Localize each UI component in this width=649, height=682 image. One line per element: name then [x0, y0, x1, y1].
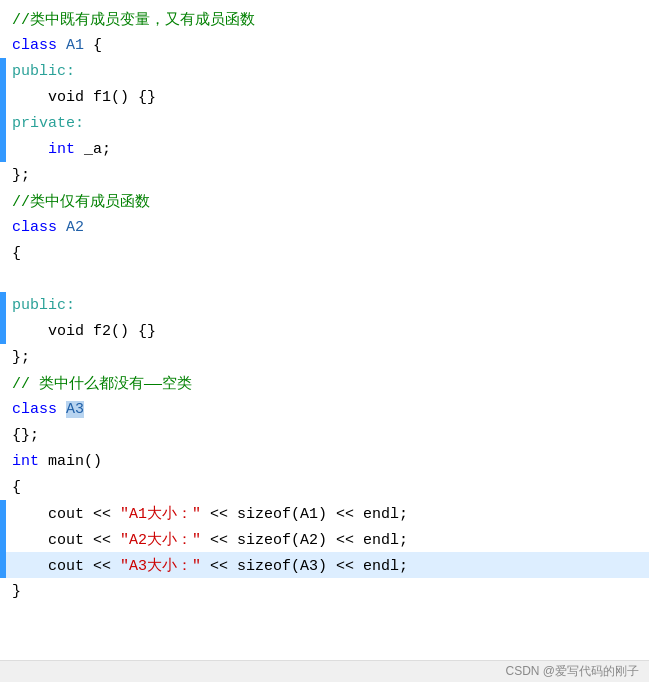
code-line: void f2() {}: [0, 318, 649, 344]
code-line: cout << "A1大小：" << sizeof(A1) << endl;: [0, 500, 649, 526]
code-token: // 类中什么都没有——空类: [12, 376, 192, 393]
code-text: class A2: [8, 219, 84, 236]
code-line: [0, 266, 649, 292]
code-token: << sizeof(A1) << endl;: [201, 506, 408, 523]
code-text: //类中既有成员变量，又有成员函数: [8, 10, 255, 29]
code-line: class A3: [0, 396, 649, 422]
code-line: int main(): [0, 448, 649, 474]
code-token: //类中既有成员变量，又有成员函数: [12, 12, 255, 29]
line-indicator: [0, 292, 6, 318]
code-text: void f2() {}: [8, 323, 156, 340]
code-text: // 类中什么都没有——空类: [8, 374, 192, 393]
code-line: };: [0, 162, 649, 188]
code-token: public:: [12, 63, 75, 80]
code-token: cout <<: [12, 532, 120, 549]
code-token: {: [12, 479, 21, 496]
code-token: "A3大小：": [120, 558, 201, 575]
code-token: void f2() {}: [12, 323, 156, 340]
watermark: CSDN @爱写代码的刚子: [505, 663, 639, 680]
code-line: private:: [0, 110, 649, 136]
code-token: [12, 141, 48, 158]
line-indicator: [0, 110, 6, 136]
code-line: {: [0, 240, 649, 266]
code-text: {: [8, 479, 21, 496]
line-indicator: [0, 552, 6, 578]
code-token: {: [12, 245, 21, 262]
code-text: class A1 {: [8, 37, 102, 54]
code-text: class A3: [8, 401, 84, 418]
code-token: {: [84, 37, 102, 54]
code-block: //类中既有成员变量，又有成员函数class A1 {public: void …: [0, 0, 649, 660]
code-token: int: [12, 453, 39, 470]
code-token: cout <<: [12, 558, 120, 575]
code-text: void f1() {}: [8, 89, 156, 106]
code-line: };: [0, 344, 649, 370]
line-indicator: [0, 318, 6, 344]
code-token: }: [12, 583, 21, 600]
code-text: }: [8, 583, 21, 600]
code-line: {: [0, 474, 649, 500]
code-token: private:: [12, 115, 84, 132]
code-token: A1: [66, 37, 84, 54]
code-token: cout <<: [12, 506, 120, 523]
code-line: cout << "A2大小：" << sizeof(A2) << endl;: [0, 526, 649, 552]
code-token: "A2大小：": [120, 532, 201, 549]
footer: CSDN @爱写代码的刚子: [0, 660, 649, 682]
code-text: public:: [8, 297, 75, 314]
code-text: {};: [8, 427, 39, 444]
code-text: cout << "A3大小：" << sizeof(A3) << endl;: [8, 556, 408, 575]
code-text: //类中仅有成员函数: [8, 192, 150, 211]
code-token: int: [48, 141, 75, 158]
code-token: {};: [12, 427, 39, 444]
code-text: };: [8, 349, 30, 366]
code-text: int main(): [8, 453, 102, 470]
code-line: void f1() {}: [0, 84, 649, 110]
code-text: cout << "A1大小：" << sizeof(A1) << endl;: [8, 504, 408, 523]
code-token: "A1大小：": [120, 506, 201, 523]
code-token: };: [12, 349, 30, 366]
line-indicator: [0, 84, 6, 110]
code-line: //类中既有成员变量，又有成员函数: [0, 6, 649, 32]
line-indicator: [0, 500, 6, 526]
code-line: int _a;: [0, 136, 649, 162]
code-line: public:: [0, 58, 649, 84]
code-token: main(): [39, 453, 102, 470]
code-token: };: [12, 167, 30, 184]
code-token: << sizeof(A3) << endl;: [201, 558, 408, 575]
code-line: cout << "A3大小：" << sizeof(A3) << endl;: [0, 552, 649, 578]
code-token: A2: [66, 219, 84, 236]
code-line: public:: [0, 292, 649, 318]
code-token: public:: [12, 297, 75, 314]
code-token: //类中仅有成员函数: [12, 194, 150, 211]
code-text: public:: [8, 63, 75, 80]
code-text: private:: [8, 115, 84, 132]
code-token: class: [12, 219, 66, 236]
code-text: int _a;: [8, 141, 111, 158]
code-text: cout << "A2大小：" << sizeof(A2) << endl;: [8, 530, 408, 549]
code-line: class A1 {: [0, 32, 649, 58]
code-token: << sizeof(A2) << endl;: [201, 532, 408, 549]
code-token: A3: [66, 401, 84, 418]
code-text: {: [8, 245, 21, 262]
code-line: //类中仅有成员函数: [0, 188, 649, 214]
code-text: };: [8, 167, 30, 184]
code-line: // 类中什么都没有——空类: [0, 370, 649, 396]
code-line: class A2: [0, 214, 649, 240]
line-indicator: [0, 58, 6, 84]
code-line: {};: [0, 422, 649, 448]
line-indicator: [0, 526, 6, 552]
code-line: }: [0, 578, 649, 604]
code-token: class: [12, 401, 66, 418]
line-indicator: [0, 136, 6, 162]
code-token: void f1() {}: [12, 89, 156, 106]
code-token: _a;: [75, 141, 111, 158]
code-token: class: [12, 37, 66, 54]
